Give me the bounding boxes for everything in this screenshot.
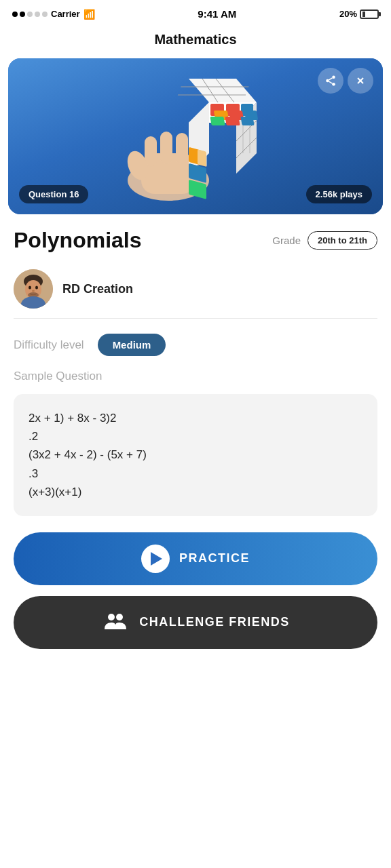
wifi-icon: 📶 [83, 9, 95, 20]
dot-4 [35, 12, 40, 17]
sample-line-1: 2x + 1) + 8x - 3)2 [29, 409, 362, 427]
svg-point-48 [116, 614, 123, 620]
sample-line-2: .2 [29, 427, 362, 446]
people-icon [101, 608, 130, 637]
grade-label: Grade [272, 235, 301, 246]
difficulty-label: Difficulty level [14, 338, 84, 352]
share-button[interactable] [318, 68, 343, 94]
author-name: RD Creation [62, 282, 133, 296]
close-button[interactable] [348, 68, 373, 94]
battery-percent: 20% [339, 9, 357, 19]
challenge-button[interactable]: CHALLENGE FRIENDS [14, 596, 377, 649]
svg-rect-24 [210, 117, 225, 125]
svg-line-35 [329, 81, 332, 83]
author-section: RD Creation [0, 260, 391, 318]
status-time: 9:41 AM [198, 8, 236, 20]
difficulty-section: Difficulty level Medium [0, 319, 391, 363]
svg-rect-26 [240, 117, 254, 125]
svg-rect-4 [176, 133, 188, 164]
svg-rect-3 [160, 132, 172, 164]
svg-line-36 [329, 78, 332, 80]
svg-point-32 [332, 76, 335, 79]
quiz-title: Polynomials [14, 228, 142, 253]
svg-point-43 [35, 286, 38, 290]
battery-icon [360, 9, 379, 19]
grade-block: Grade 20th to 21th [272, 231, 377, 250]
share-icon [324, 75, 337, 87]
dot-2 [20, 12, 25, 17]
svg-rect-31 [198, 149, 207, 167]
dot-5 [42, 12, 48, 17]
dot-3 [27, 12, 33, 17]
sample-line-4: .3 [29, 465, 362, 483]
battery-fill [362, 12, 365, 17]
svg-point-33 [326, 79, 329, 83]
svg-point-34 [332, 83, 335, 86]
difficulty-badge: Medium [98, 334, 166, 356]
close-icon [355, 75, 366, 86]
status-right: 20% [339, 9, 379, 19]
svg-point-47 [108, 614, 115, 620]
carrier-label: Carrier [51, 9, 80, 19]
page-title: Mathematics [0, 32, 391, 47]
page-title-bar: Mathematics [0, 24, 391, 58]
svg-rect-25 [225, 117, 240, 125]
grade-badge: 20th to 21th [308, 231, 377, 250]
sample-line-5: (x+3)(x+1) [29, 483, 362, 501]
plays-badge: 2.56k plays [306, 185, 372, 203]
play-icon [141, 545, 170, 573]
svg-point-45 [32, 290, 35, 292]
sample-box: 2x + 1) + 8x - 3)2 .2 (3x2 + 4x - 2) - (… [14, 394, 377, 516]
sample-label: Sample Question [0, 363, 391, 389]
title-section: Polynomials Grade 20th to 21th [0, 214, 391, 260]
practice-label: PRACTICE [179, 551, 250, 566]
rubiks-cube-illustration [100, 65, 291, 208]
signal-dots [12, 12, 48, 17]
status-bar: Carrier 📶 9:41 AM 20% [0, 0, 391, 24]
svg-point-42 [29, 286, 31, 290]
dot-1 [12, 12, 18, 17]
hero-container: Question 16 2.56k plays [8, 58, 383, 214]
avatar-image [14, 269, 53, 309]
status-left: Carrier 📶 [12, 9, 95, 20]
svg-marker-7 [189, 79, 257, 102]
author-avatar [14, 269, 53, 309]
practice-button[interactable]: PRACTICE [14, 532, 377, 585]
question-badge: Question 16 [19, 185, 88, 203]
sample-line-3: (3x2 + 4x - 2) - (5x + 7) [29, 446, 362, 464]
challenge-label: CHALLENGE FRIENDS [139, 615, 290, 629]
challenge-icon-svg [103, 610, 128, 635]
